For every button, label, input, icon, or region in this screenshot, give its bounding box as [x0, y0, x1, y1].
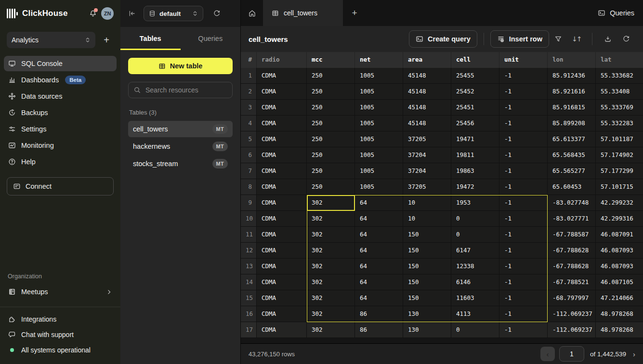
- cell-area[interactable]: 150: [403, 274, 451, 290]
- cell-cell[interactable]: 25451: [451, 100, 499, 116]
- cell-mcc[interactable]: 302: [307, 274, 355, 290]
- cell-radio[interactable]: CDMA: [257, 147, 307, 163]
- cell-net[interactable]: 64: [355, 259, 403, 274]
- cell-net[interactable]: 1005: [355, 131, 403, 147]
- cell-cell[interactable]: 6147: [451, 243, 499, 259]
- cell-net[interactable]: 1005: [355, 116, 403, 131]
- cell-mcc[interactable]: 250: [307, 163, 355, 179]
- sidebar-item-integrations[interactable]: Integrations: [4, 312, 117, 326]
- cell-net[interactable]: 86: [355, 306, 403, 322]
- cell-area[interactable]: 45148: [403, 100, 451, 116]
- row-number[interactable]: 17: [241, 322, 257, 338]
- cell-net[interactable]: 1005: [355, 84, 403, 100]
- collapse-panel-button[interactable]: [128, 10, 136, 17]
- cell-area[interactable]: 37204: [403, 147, 451, 163]
- row-number[interactable]: 5: [241, 131, 257, 147]
- cell-radio[interactable]: CDMA: [257, 290, 307, 306]
- cell-lon[interactable]: -112.069237: [548, 306, 596, 322]
- system-status[interactable]: All systems operational: [4, 343, 117, 357]
- cell-cell[interactable]: 1953: [451, 195, 499, 211]
- cell-area[interactable]: 150: [403, 290, 451, 306]
- cell-lat[interactable]: 48.978268: [596, 322, 643, 338]
- home-button[interactable]: [241, 0, 263, 26]
- cell-lat[interactable]: 57.101715: [596, 179, 643, 195]
- column-header-lat[interactable]: lat: [596, 52, 643, 68]
- cell-mcc[interactable]: 302: [307, 322, 355, 338]
- notifications-button[interactable]: [89, 10, 97, 17]
- row-number[interactable]: 15: [241, 290, 257, 306]
- new-tab-button[interactable]: +: [343, 0, 366, 26]
- cell-cell[interactable]: 11603: [451, 290, 499, 306]
- cell-lon[interactable]: -67.788628: [548, 243, 596, 259]
- tab-cell-towers[interactable]: cell_towers: [263, 0, 343, 26]
- cell-area[interactable]: 150: [403, 243, 451, 259]
- cell-net[interactable]: 1005: [355, 179, 403, 195]
- row-number[interactable]: 6: [241, 147, 257, 163]
- cell-lon[interactable]: 65.613377: [548, 131, 596, 147]
- row-number[interactable]: 9: [241, 195, 257, 211]
- cell-mcc[interactable]: 250: [307, 100, 355, 116]
- cell-radio[interactable]: CDMA: [257, 179, 307, 195]
- cell-net[interactable]: 64: [355, 290, 403, 306]
- cell-net[interactable]: 1005: [355, 147, 403, 163]
- cell-lon[interactable]: -68.797997: [548, 290, 596, 306]
- cell-lat[interactable]: 47.214066: [596, 290, 643, 306]
- workspace-select[interactable]: Analytics: [7, 32, 95, 48]
- cell-lat[interactable]: 46.087105: [596, 274, 643, 290]
- cell-lon[interactable]: -112.069237: [548, 322, 596, 338]
- cell-cell[interactable]: 19471: [451, 131, 499, 147]
- cell-unit[interactable]: -1: [499, 195, 548, 211]
- cell-cell[interactable]: 25456: [451, 116, 499, 131]
- cell-unit[interactable]: -1: [499, 211, 548, 227]
- queries-button[interactable]: Queries: [589, 0, 643, 26]
- page-number-input[interactable]: [559, 346, 584, 362]
- cell-mcc[interactable]: 302: [307, 306, 355, 322]
- cell-lat[interactable]: 48.978268: [596, 306, 643, 322]
- cell-unit[interactable]: -1: [499, 84, 548, 100]
- cell-radio[interactable]: CDMA: [257, 68, 307, 84]
- cell-area[interactable]: 150: [403, 259, 451, 274]
- sidebar-item-chat-support[interactable]: Chat with support: [4, 327, 117, 342]
- row-number[interactable]: 12: [241, 243, 257, 259]
- cell-radio[interactable]: CDMA: [257, 322, 307, 338]
- sidebar-item-dashboards[interactable]: DashboardsBeta: [4, 72, 117, 88]
- cell-mcc[interactable]: 302: [307, 195, 355, 211]
- sidebar-item-settings[interactable]: Settings: [4, 121, 117, 137]
- cell-lat[interactable]: 55.333682: [596, 68, 643, 84]
- cell-net[interactable]: 64: [355, 274, 403, 290]
- sidebar-item-help[interactable]: Help: [4, 154, 117, 169]
- cell-mcc[interactable]: 302: [307, 211, 355, 227]
- cell-unit[interactable]: -1: [499, 116, 548, 131]
- column-header-mcc[interactable]: mcc: [307, 52, 355, 68]
- cell-radio[interactable]: CDMA: [257, 100, 307, 116]
- new-table-button[interactable]: New table: [128, 58, 233, 74]
- column-header-cell[interactable]: cell: [451, 52, 499, 68]
- cell-unit[interactable]: -1: [499, 290, 548, 306]
- cell-area[interactable]: 45148: [403, 84, 451, 100]
- cell-unit[interactable]: -1: [499, 322, 548, 338]
- row-number[interactable]: 4: [241, 116, 257, 131]
- cell-lat[interactable]: 55.33408: [596, 84, 643, 100]
- row-number[interactable]: 14: [241, 274, 257, 290]
- cell-radio[interactable]: CDMA: [257, 84, 307, 100]
- cell-radio[interactable]: CDMA: [257, 163, 307, 179]
- cell-radio[interactable]: CDMA: [257, 116, 307, 131]
- cell-area[interactable]: 150: [403, 227, 451, 243]
- cell-net[interactable]: 64: [355, 195, 403, 211]
- cell-area[interactable]: 10: [403, 195, 451, 211]
- cell-area[interactable]: 37205: [403, 179, 451, 195]
- cell-lat[interactable]: 57.177299: [596, 163, 643, 179]
- cell-net[interactable]: 86: [355, 322, 403, 338]
- cell-net[interactable]: 1005: [355, 100, 403, 116]
- cell-radio[interactable]: CDMA: [257, 274, 307, 290]
- column-header-radio[interactable]: radio: [257, 52, 307, 68]
- cell-net[interactable]: 64: [355, 243, 403, 259]
- cell-lon[interactable]: -67.788521: [548, 274, 596, 290]
- cell-unit[interactable]: -1: [499, 306, 548, 322]
- cell-area[interactable]: 37204: [403, 163, 451, 179]
- cell-lat[interactable]: 57.174902: [596, 147, 643, 163]
- cell-unit[interactable]: -1: [499, 68, 548, 84]
- cell-mcc[interactable]: 250: [307, 68, 355, 84]
- cell-mcc[interactable]: 302: [307, 243, 355, 259]
- cell-lon[interactable]: -67.788628: [548, 259, 596, 274]
